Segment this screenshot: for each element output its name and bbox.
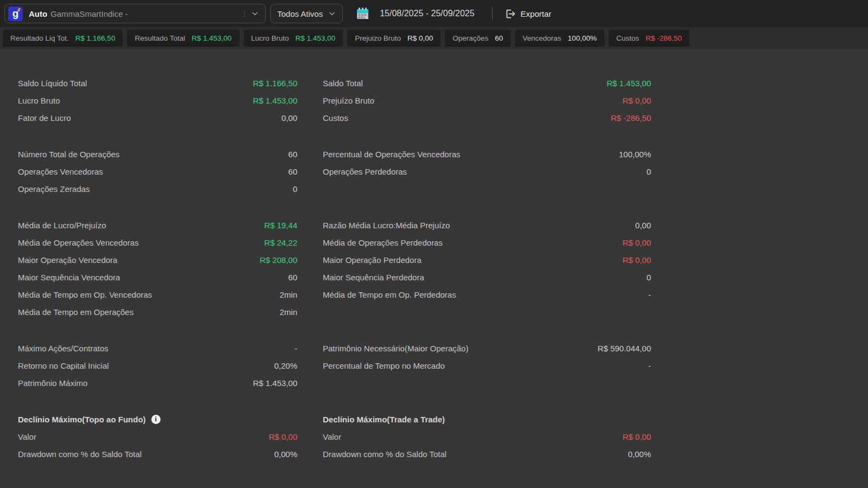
chevron-down-icon: [328, 10, 336, 17]
chip-value: R$ 1.166,50: [75, 34, 116, 42]
info-icon[interactable]: i: [151, 415, 161, 424]
stat-label: Prejuízo Bruto: [323, 96, 374, 105]
stats-column-right: Declínio Máximo(Trade a Trade)ValorR$ 0,…: [323, 410, 651, 463]
stat-row: Operações Zeradas0: [18, 180, 297, 197]
stats-group: Saldo Líquido TotalR$ 1.166,50Lucro Brut…: [18, 74, 868, 126]
date-range-field[interactable]: 15/08/2025 - 25/09/2025: [380, 9, 474, 18]
stat-value: 60: [288, 150, 297, 159]
stat-row: Maior Operação PerdedoraR$ 0,00: [323, 251, 651, 268]
toolbar-divider: [492, 7, 493, 20]
export-button[interactable]: Exportar: [505, 8, 552, 20]
stat-label: Maior Sequência Vencedora: [18, 273, 120, 282]
stat-value: 0: [647, 167, 651, 176]
stat-row: Média de Tempo em Operações2min: [18, 303, 297, 320]
logo-letter: g: [12, 8, 19, 20]
stat-value: R$ 0,00: [622, 255, 651, 265]
stat-row: Operações Vencedoras60: [18, 163, 297, 180]
stats-column-left: Saldo Líquido TotalR$ 1.166,50Lucro Brut…: [18, 74, 297, 126]
stats-group: Máximo Ações/Contratos-Retorno no Capita…: [18, 339, 868, 391]
group-header: Declínio Máximo(Topo ao Fundo)i: [18, 410, 297, 428]
stat-value: R$ 1.453,00: [253, 378, 297, 388]
stat-label: Drawdown como % do Saldo Total: [18, 450, 142, 459]
stat-row: Drawdown como % do Saldo Total0,00%: [18, 445, 297, 463]
summary-chip: Prejuizo BrutoR$ 0,00: [347, 30, 441, 47]
chevron-down-icon: [251, 10, 259, 17]
stat-row: Maior Sequência Perdedora0: [323, 268, 651, 286]
stat-row: Razão Média Lucro:Média Prejuízo0,00: [323, 216, 651, 234]
chip-label: Lucro Bruto: [251, 34, 289, 42]
stat-row: Maior Operação VencedoraR$ 208,00: [18, 251, 297, 268]
stat-value: 2min: [279, 290, 297, 299]
stat-value: R$ -286,50: [611, 113, 651, 123]
strategy-mode-label: Auto: [29, 9, 47, 18]
chip-value: 100,00%: [568, 34, 597, 42]
stat-value: 0,00: [635, 221, 651, 230]
stat-label: Patrimônio Necessário(Maior Operação): [323, 344, 468, 353]
stat-label: Operações Vencedoras: [18, 167, 103, 176]
stat-label: Custos: [323, 113, 348, 123]
stat-label: Retorno no Capital Inicial: [18, 361, 109, 370]
stats-column-left: Média de Lucro/PrejuízoR$ 19,44Média de …: [18, 216, 297, 320]
stat-label: Razão Média Lucro:Média Prejuízo: [323, 221, 450, 230]
stat-row: Saldo TotalR$ 1.453,00: [323, 74, 651, 92]
stat-value: R$ 19,44: [264, 221, 297, 230]
stat-row: Percentual de Tempo no Mercado-: [323, 357, 651, 374]
stat-value: R$ 1.453,00: [607, 79, 651, 88]
stat-value: -: [648, 361, 651, 370]
stat-row: Média de Tempo em Op. Vencedoras2min: [18, 286, 297, 303]
chip-value: R$ 0,00: [407, 34, 433, 42]
group-header-label: Declínio Máximo(Topo ao Fundo): [18, 415, 146, 424]
stat-value: 100,00%: [619, 150, 651, 159]
stat-row: Média de Operações VencedorasR$ 24,22: [18, 234, 297, 251]
stat-value: R$ 0,00: [622, 96, 651, 105]
summary-chip: CustosR$ -286,50: [609, 30, 690, 47]
stat-label: Valor: [18, 432, 36, 441]
stat-label: Maior Operação Perdedora: [323, 255, 422, 265]
stats-column-left: Máximo Ações/Contratos-Retorno no Capita…: [18, 339, 297, 391]
calendar-icon[interactable]: [356, 7, 370, 21]
stat-row: Prejuízo BrutoR$ 0,00: [323, 92, 651, 109]
stat-value: 0: [647, 273, 651, 282]
chip-label: Resultado Liq Tot.: [10, 34, 69, 42]
stat-label: Lucro Bruto: [18, 96, 60, 105]
stats-column-left: Número Total de Operações60Operações Ven…: [18, 145, 297, 197]
strategy-selector-dropdown[interactable]: g Auto GammaSmartIndice - ⋮: [4, 4, 266, 23]
chip-value: R$ 1.453,00: [296, 34, 336, 42]
stat-value: R$ 0,00: [622, 238, 651, 247]
stat-label: Operações Zeradas: [18, 184, 90, 194]
stats-group: Número Total de Operações60Operações Ven…: [18, 145, 868, 197]
chip-label: Resultado Total: [135, 34, 185, 42]
asset-filter-dropdown[interactable]: Todos Ativos: [270, 4, 343, 23]
stat-label: Média de Lucro/Prejuízo: [18, 221, 106, 230]
stat-value: 60: [288, 273, 297, 282]
export-icon: [505, 8, 516, 20]
summary-chip: Vencedoras100,00%: [515, 30, 604, 47]
chip-value: R$ -286,50: [646, 34, 682, 42]
chip-label: Prejuizo Bruto: [355, 34, 401, 42]
stat-label: Máximo Ações/Contratos: [18, 344, 108, 353]
summary-chips-row: Resultado Liq Tot.R$ 1.166,50Resultado T…: [0, 27, 868, 49]
stat-value: -: [648, 290, 651, 299]
chip-label: Custos: [616, 34, 639, 42]
stat-label: Saldo Total: [323, 79, 363, 88]
stat-row: Média de Operações PerdedorasR$ 0,00: [323, 234, 651, 251]
stat-row: Drawdown como % do Saldo Total0,00%: [323, 445, 651, 463]
summary-chip: Lucro BrutoR$ 1.453,00: [244, 30, 343, 47]
stat-value: R$ 1.453,00: [253, 96, 297, 105]
stat-label: Fator de Lucro: [18, 113, 71, 123]
chip-label: Vencedoras: [522, 34, 561, 42]
stat-value: 0,20%: [274, 361, 297, 370]
summary-chip: Operações60: [445, 30, 510, 47]
stat-label: Média de Tempo em Operações: [18, 307, 133, 317]
stat-value: 60: [288, 167, 297, 176]
stat-value: 0,00%: [274, 450, 297, 459]
group-header: Declínio Máximo(Trade a Trade): [323, 410, 651, 428]
stat-label: Média de Operações Vencedoras: [18, 238, 139, 247]
stat-label: Percentual de Tempo no Mercado: [323, 361, 445, 370]
stats-column-right: Razão Média Lucro:Média Prejuízo0,00Médi…: [323, 216, 651, 320]
stat-row: Saldo Líquido TotalR$ 1.166,50: [18, 74, 297, 92]
stat-row: Patrimônio Necessário(Maior Operação)R$ …: [323, 339, 651, 357]
stat-value: R$ 1.166,50: [253, 79, 297, 88]
stat-row: Lucro BrutoR$ 1.453,00: [18, 92, 297, 109]
stat-row: Máximo Ações/Contratos-: [18, 339, 297, 357]
